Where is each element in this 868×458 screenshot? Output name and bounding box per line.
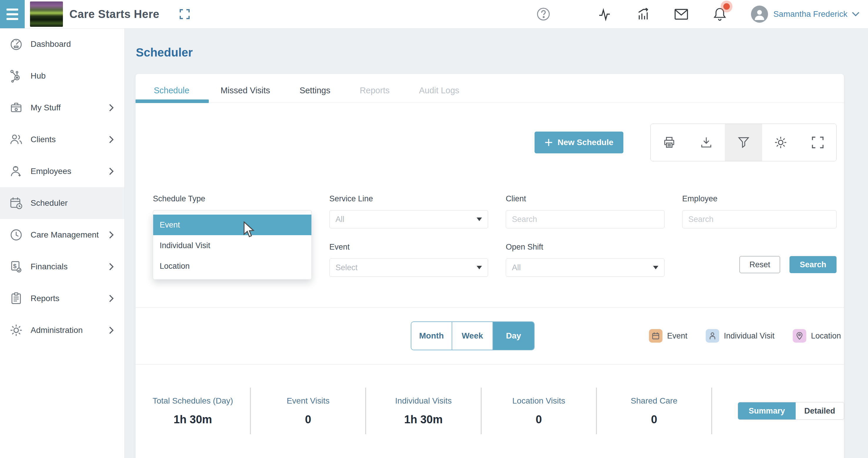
tab-settings[interactable]: Settings (300, 86, 331, 103)
sidebar-item-label: Hub (31, 71, 124, 81)
employee-search-field[interactable] (682, 210, 837, 228)
sidebar-item-clients[interactable]: Clients (0, 124, 124, 155)
section-divider (135, 307, 844, 308)
view-month-button[interactable]: Month (411, 322, 452, 350)
notifications-bell-icon[interactable] (713, 7, 727, 22)
sidebar-item-dashboard[interactable]: Dashboard (0, 28, 124, 60)
stat-value: 0 (536, 413, 542, 426)
sidebar-item-care-management[interactable]: Care Management (0, 219, 124, 251)
actions-row: New Schedule (135, 124, 844, 161)
dropdown-option-individual-visit[interactable]: Individual Visit (153, 235, 311, 256)
notification-badge (723, 3, 730, 10)
service-line-select[interactable]: All (329, 210, 488, 228)
tab-schedule[interactable]: Schedule (135, 86, 209, 103)
chevron-right-icon (108, 326, 114, 335)
client-search-field[interactable] (506, 210, 664, 228)
legend-individual-visit: Individual Visit (706, 329, 775, 343)
clipboard-icon (9, 292, 23, 305)
sidebar-item-employees[interactable]: Employees (0, 155, 124, 187)
employee-search-input[interactable] (688, 215, 830, 224)
open-shift-label: Open Shift (506, 242, 664, 252)
stat-value: 1h 30m (174, 413, 212, 426)
activity-icon[interactable] (597, 7, 612, 21)
bar-chart-icon[interactable] (636, 7, 650, 21)
event-value: Select (336, 263, 358, 272)
chevron-right-icon (108, 294, 114, 303)
sidebar-item-my-stuff[interactable]: My Stuff (0, 92, 124, 124)
sidebar-item-reports[interactable]: Reports (0, 283, 124, 314)
sidebar-item-scheduler[interactable]: Scheduler (0, 187, 124, 219)
event-label: Event (329, 242, 488, 252)
sidebar-item-label: My Stuff (31, 103, 108, 112)
map-pin-icon (793, 329, 806, 343)
new-schedule-button[interactable]: New Schedule (534, 132, 623, 153)
chevron-right-icon (108, 167, 114, 176)
sidebar-item-administration[interactable]: Administration (0, 314, 124, 346)
open-shift-value: All (512, 263, 521, 272)
app-title: Care Starts Here (69, 8, 159, 21)
sidebar-item-financials[interactable]: $ Financials (0, 251, 124, 283)
service-line-label: Service Line (329, 194, 488, 204)
person-icon (706, 329, 719, 343)
stat-location-visits: Location Visits 0 (482, 388, 597, 434)
calendar-icon (649, 329, 662, 343)
svg-text:$: $ (13, 262, 17, 269)
tab-bar: Schedule Missed Visits Settings Reports … (135, 74, 844, 103)
dollar-doc-icon: $ (9, 260, 23, 274)
event-select[interactable]: Select (329, 258, 488, 277)
open-shift-select[interactable]: All (506, 258, 664, 277)
stat-label: Individual Visits (395, 396, 452, 406)
caret-down-icon (477, 266, 482, 269)
expand-icon[interactable] (799, 124, 836, 161)
stat-individual-visits: Individual Visits 1h 30m (366, 388, 481, 434)
help-icon[interactable] (536, 7, 551, 21)
settings-gear-icon[interactable] (762, 124, 799, 161)
view-row: Month Week Day Event (135, 321, 844, 350)
stat-shared-care: Shared Care 0 (597, 388, 712, 434)
client-search-input[interactable] (512, 215, 658, 224)
detailed-button[interactable]: Detailed (796, 402, 844, 420)
dropdown-option-event[interactable]: Event (153, 214, 311, 235)
fullscreen-icon[interactable] (179, 9, 190, 20)
filter-icon[interactable] (725, 124, 762, 161)
stat-total-schedules: Total Schedules (Day) 1h 30m (135, 388, 251, 434)
mail-icon[interactable] (674, 8, 689, 21)
stats-row: Total Schedules (Day) 1h 30m Event Visit… (135, 388, 844, 434)
top-header: Care Starts Here (0, 0, 868, 28)
sidebar-item-label: Reports (31, 294, 108, 303)
search-button[interactable]: Search (789, 256, 837, 273)
download-icon[interactable] (688, 124, 725, 161)
user-avatar[interactable] (751, 6, 768, 23)
section-divider (135, 364, 844, 365)
view-day-button[interactable]: Day (493, 322, 534, 350)
print-icon[interactable] (651, 124, 688, 161)
legend-event: Event (649, 329, 687, 343)
hamburger-menu-button[interactable] (0, 0, 25, 28)
user-name[interactable]: Samantha Frederick (773, 9, 847, 19)
app-logo (30, 1, 63, 27)
tab-missed-visits[interactable]: Missed Visits (220, 86, 270, 103)
stat-value: 1h 30m (404, 413, 443, 426)
dropdown-option-location[interactable]: Location (153, 256, 311, 277)
scheduler-card: Schedule Missed Visits Settings Reports … (135, 74, 844, 458)
filter-panel: Schedule Type All Event Individual Visit… (135, 194, 844, 277)
clock-icon (9, 228, 23, 242)
caret-down-icon (653, 266, 658, 269)
legend-location: Location (793, 329, 841, 343)
reset-button[interactable]: Reset (740, 256, 780, 273)
chevron-right-icon (108, 135, 114, 144)
chevron-down-icon[interactable] (851, 11, 860, 17)
schedule-type-label: Schedule Type (153, 194, 312, 204)
sidebar-item-label: Financials (31, 262, 108, 271)
summary-button[interactable]: Summary (738, 402, 796, 420)
stat-event-visits: Event Visits 0 (251, 388, 366, 434)
sidebar-item-label: Dashboard (31, 39, 124, 49)
main-content: Scheduler Schedule Missed Visits Setting… (125, 28, 868, 458)
view-week-button[interactable]: Week (452, 322, 493, 350)
client-label: Client (506, 194, 664, 204)
summary-detailed-toggle: Summary Detailed (738, 402, 844, 420)
sidebar-item-label: Care Management (31, 230, 108, 239)
sidebar-item-hub[interactable]: Hub (0, 60, 124, 92)
employee-label: Employee (682, 194, 837, 204)
stat-value: 0 (305, 413, 311, 426)
